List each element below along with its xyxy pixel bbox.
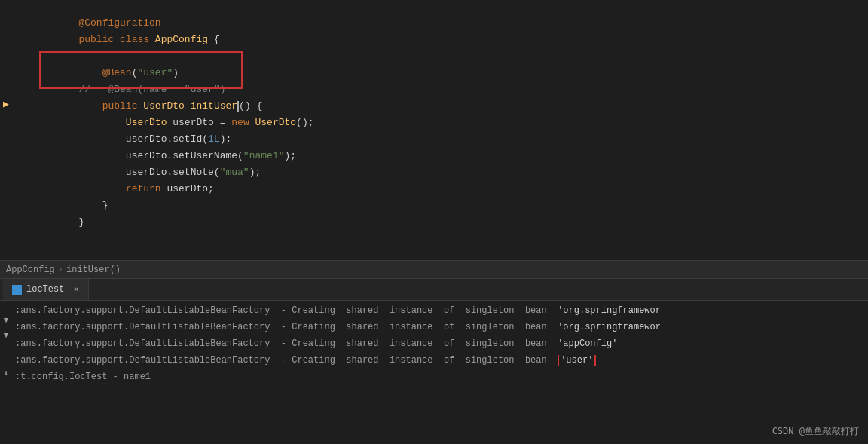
console-arrow-down-2: ▼ — [4, 331, 9, 340]
tab-close-button[interactable]: × — [73, 285, 79, 295]
bean-user-highlight: 'user' — [558, 355, 596, 366]
console-area: ▼ ▼ ⬇ :ans.factory.support.DefaultListab… — [0, 301, 868, 444]
code-line-5: // @Bean(name = "user") — [0, 72, 868, 89]
editor-area: ▶ @Configuration public class AppConfig … — [0, 0, 868, 260]
code-line-11: return userDto; — [0, 172, 868, 188]
code-line-9: userDto.setUserName("name1"); — [0, 139, 868, 155]
code-line-6: public UserDto initUser() { — [0, 89, 868, 106]
console-log-line-4: :ans.factory.support.DefaultListableBean… — [0, 352, 868, 369]
tabs-bar: locTest × — [0, 278, 868, 301]
tab-label: locTest — [26, 284, 64, 295]
breadcrumb-separator: › — [58, 265, 63, 275]
tab-loctest[interactable]: locTest × — [3, 279, 89, 300]
watermark: CSDN @鱼鱼敲敲打打 — [772, 425, 859, 438]
tab-file-icon — [12, 285, 22, 295]
code-line-12: } — [0, 188, 868, 205]
console-download-icon: ⬇ — [4, 369, 9, 378]
code-line-2: public class AppConfig { — [0, 23, 868, 39]
breadcrumb-method: initUser() — [66, 265, 121, 275]
breadcrumb-class: AppConfig — [6, 265, 55, 275]
code-line-7: UserDto userDto = new UserDto(); — [0, 106, 868, 122]
code-line-10: userDto.setNote("mua"); — [0, 155, 868, 172]
breadcrumb-bar: AppConfig › initUser() — [0, 260, 868, 278]
code-line-4: @Bean("user") — [0, 56, 868, 72]
gutter-arrow: ▶ — [3, 98, 9, 110]
console-arrow-down-1: ▼ — [4, 316, 9, 325]
console-left-icons: ▼ ▼ ⬇ — [0, 301, 12, 444]
console-log-line-3: :ans.factory.support.DefaultListableBean… — [0, 335, 868, 352]
console-log-line-1: :ans.factory.support.DefaultListableBean… — [0, 302, 868, 319]
code-line-13: } — [0, 205, 868, 222]
code-line-8: userDto.setId(1L); — [0, 122, 868, 139]
code-line-1: @Configuration — [0, 6, 868, 23]
console-log-line-5: :t.config.IocTest - name1 — [0, 369, 868, 385]
code-line-3 — [0, 39, 868, 56]
console-log-line-2: :ans.factory.support.DefaultListableBean… — [0, 319, 868, 335]
